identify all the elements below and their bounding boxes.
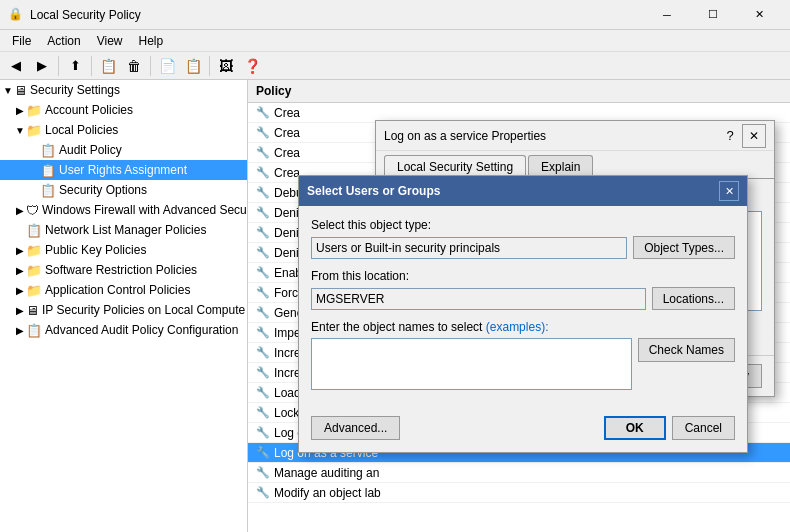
up-button[interactable]: ⬆ (63, 54, 87, 78)
toolbar-separator-1 (58, 56, 59, 76)
policy-icon: 🔧 (256, 346, 270, 359)
tree-panel: ▼ 🖥 Security Settings ▶ 📁 Account Polici… (0, 80, 248, 532)
policy-icon: 🔧 (256, 446, 270, 459)
ok-cancel-row: OK Cancel (604, 416, 735, 440)
object-type-input[interactable] (311, 237, 627, 259)
select-users-dialog: Select Users or Groups ✕ Select this obj… (298, 175, 748, 453)
menu-file[interactable]: File (4, 32, 39, 50)
policy-icon: 🔧 (256, 186, 270, 199)
back-button[interactable]: ◀ (4, 54, 28, 78)
folder-icon: 📁 (26, 103, 42, 118)
policy-icon: 📋 (26, 223, 42, 238)
close-button[interactable]: ✕ (736, 0, 782, 30)
tree-item-security-options[interactable]: 📋 Security Options (0, 180, 247, 200)
advanced-button[interactable]: Advanced... (311, 416, 400, 440)
tree-label: Security Settings (30, 83, 120, 97)
expand-icon (14, 225, 26, 236)
enter-names-label: Enter the object names to select (exampl… (311, 320, 735, 334)
expand-icon: ▶ (14, 325, 26, 336)
object-types-button[interactable]: Object Types... (633, 236, 735, 259)
select-dialog-title-text: Select Users or Groups (307, 184, 440, 198)
policy-icon: 🔧 (256, 146, 270, 159)
expand-icon: ▼ (2, 85, 14, 96)
delete-button[interactable]: 🗑 (122, 54, 146, 78)
select-dialog-close-button[interactable]: ✕ (719, 181, 739, 201)
help-button[interactable]: ❓ (240, 54, 264, 78)
policy-icon: 📋 (40, 183, 56, 198)
import-button[interactable]: 📋 (181, 54, 205, 78)
object-names-textarea[interactable] (311, 338, 632, 390)
toolbar-separator-3 (150, 56, 151, 76)
expand-icon: ▶ (14, 105, 26, 116)
list-item[interactable]: 🔧Manage auditing an (248, 463, 790, 483)
tree-label: Account Policies (45, 103, 133, 117)
tree-label: Local Policies (45, 123, 118, 137)
maximize-button[interactable]: ☐ (690, 0, 736, 30)
select-dialog-title-bar: Select Users or Groups ✕ (299, 176, 747, 206)
object-type-label: Select this object type: (311, 218, 735, 232)
tree-item-local-policies[interactable]: ▼ 📁 Local Policies (0, 120, 247, 140)
tree-item-account-policies[interactable]: ▶ 📁 Account Policies (0, 100, 247, 120)
tree-label: Windows Firewall with Advanced Secu (42, 203, 247, 217)
toolbar-separator-4 (209, 56, 210, 76)
tree-item-windows-firewall[interactable]: ▶ 🛡 Windows Firewall with Advanced Secu (0, 200, 247, 220)
tree-item-public-key[interactable]: ▶ 📁 Public Key Policies (0, 240, 247, 260)
location-row: Locations... (311, 287, 735, 310)
policy-icon: 📋 (26, 323, 42, 338)
tree-label: Application Control Policies (45, 283, 190, 297)
tree-label: IP Security Policies on Local Compute (42, 303, 245, 317)
policy-icon: 🔧 (256, 266, 270, 279)
policy-icon: 🔧 (256, 206, 270, 219)
policy-icon: 🔧 (256, 486, 270, 499)
menu-bar: File Action View Help (0, 30, 790, 52)
folder-icon: 📁 (26, 283, 42, 298)
folder-icon: 🖥 (14, 83, 27, 98)
policy-icon: 🔧 (256, 306, 270, 319)
policy-icon: 🔧 (256, 126, 270, 139)
computer-icon: 🖥 (26, 303, 39, 318)
policy-icon: 🔧 (256, 166, 270, 179)
list-item[interactable]: 🔧Modify an object lab (248, 483, 790, 503)
tree-label: Advanced Audit Policy Configuration (45, 323, 238, 337)
policy-icon: 🔧 (256, 406, 270, 419)
select-ok-button[interactable]: OK (604, 416, 666, 440)
select-dialog-footer: Advanced... OK Cancel (299, 410, 747, 452)
properties-close-button[interactable]: ✕ (742, 124, 766, 148)
menu-action[interactable]: Action (39, 32, 88, 50)
policy-icon: 🔧 (256, 106, 270, 119)
tree-item-ip-security[interactable]: ▶ 🖥 IP Security Policies on Local Comput… (0, 300, 247, 320)
export-button[interactable]: 📄 (155, 54, 179, 78)
location-label: From this location: (311, 269, 735, 283)
menu-help[interactable]: Help (131, 32, 172, 50)
policy-header: Policy (248, 80, 790, 103)
examples-link[interactable]: (examples): (486, 320, 549, 334)
expand-icon: ▶ (14, 285, 26, 296)
tree-item-app-control[interactable]: ▶ 📁 Application Control Policies (0, 280, 247, 300)
tree-item-security-settings[interactable]: ▼ 🖥 Security Settings (0, 80, 247, 100)
menu-view[interactable]: View (89, 32, 131, 50)
tree-item-audit-policy[interactable]: 📋 Audit Policy (0, 140, 247, 160)
tree-item-advanced-audit[interactable]: ▶ 📋 Advanced Audit Policy Configuration (0, 320, 247, 340)
minimize-button[interactable]: ─ (644, 0, 690, 30)
tree-item-software-restriction[interactable]: ▶ 📁 Software Restriction Policies (0, 260, 247, 280)
window-controls: ─ ☐ ✕ (644, 0, 782, 30)
tree-label: Audit Policy (59, 143, 122, 157)
folder-icon: 📁 (26, 243, 42, 258)
check-names-button[interactable]: Check Names (638, 338, 735, 362)
select-dialog-body: Select this object type: Object Types...… (299, 206, 747, 410)
policy-icon: 🔧 (256, 286, 270, 299)
folder-icon: 📁 (26, 263, 42, 278)
properties-button[interactable]: 🖼 (214, 54, 238, 78)
location-input[interactable] (311, 288, 646, 310)
tree-item-network-list[interactable]: 📋 Network List Manager Policies (0, 220, 247, 240)
copy-button[interactable]: 📋 (96, 54, 120, 78)
forward-button[interactable]: ▶ (30, 54, 54, 78)
policy-icon: 🔧 (256, 326, 270, 339)
select-cancel-button[interactable]: Cancel (672, 416, 735, 440)
expand-icon: ▼ (14, 125, 26, 136)
title-bar: 🔒 Local Security Policy ─ ☐ ✕ (0, 0, 790, 30)
properties-help-button[interactable]: ? (718, 124, 742, 148)
locations-button[interactable]: Locations... (652, 287, 735, 310)
policy-icon: 🔧 (256, 246, 270, 259)
tree-item-user-rights[interactable]: 📋 User Rights Assignment (0, 160, 247, 180)
